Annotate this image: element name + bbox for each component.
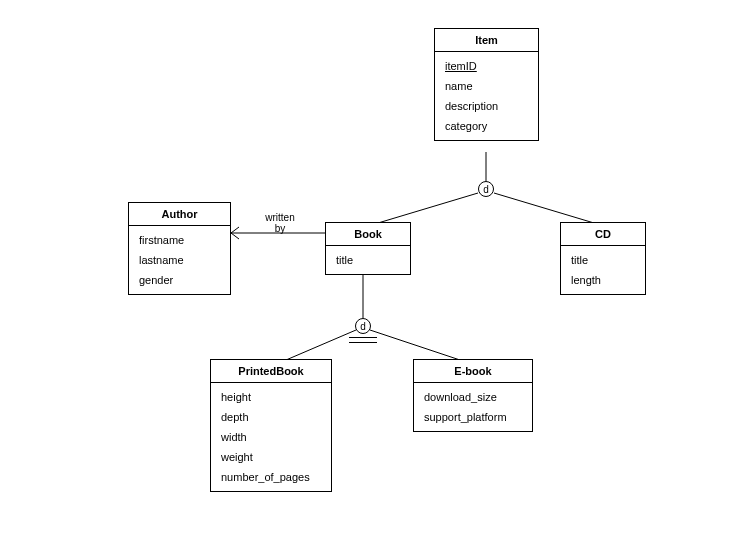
attr-author-lastname: lastname: [139, 250, 230, 270]
svg-line-7: [286, 330, 356, 360]
entity-book: Book title: [325, 222, 411, 275]
entity-item-title: Item: [435, 29, 538, 52]
attr-cd-length: length: [571, 270, 645, 290]
entity-author-attrs: firstname lastname gender: [129, 226, 230, 294]
svg-line-8: [370, 330, 460, 360]
svg-line-1: [378, 193, 478, 223]
attr-eb-platform: support_platform: [424, 407, 532, 427]
rel-written-by: written by: [260, 212, 300, 234]
rel-written-by-l2: by: [260, 223, 300, 234]
entity-ebook-attrs: download_size support_platform: [414, 383, 532, 431]
attr-pb-pages: number_of_pages: [221, 467, 331, 487]
entity-cd-title: CD: [561, 223, 645, 246]
attr-pb-depth: depth: [221, 407, 331, 427]
attr-pb-height: height: [221, 387, 331, 407]
attr-book-title: title: [336, 250, 410, 270]
entity-cd-attrs: title length: [561, 246, 645, 294]
entity-printedbook-attrs: height depth width weight number_of_page…: [211, 383, 331, 491]
disjoint-item-children: d: [478, 181, 494, 197]
attr-author-firstname: firstname: [139, 230, 230, 250]
attr-item-category: category: [445, 116, 538, 136]
entity-printedbook-title: PrintedBook: [211, 360, 331, 383]
attr-eb-dlsize: download_size: [424, 387, 532, 407]
rel-written-by-l1: written: [260, 212, 300, 223]
svg-line-2: [494, 193, 594, 223]
entity-item: Item itemID name description category: [434, 28, 539, 141]
entity-book-attrs: title: [326, 246, 410, 274]
attr-item-itemid: itemID: [445, 56, 538, 76]
attr-item-description: description: [445, 96, 538, 116]
total-spec-bar: [349, 337, 377, 343]
entity-printedbook: PrintedBook height depth width weight nu…: [210, 359, 332, 492]
attr-pb-weight: weight: [221, 447, 331, 467]
entity-item-attrs: itemID name description category: [435, 52, 538, 140]
svg-line-5: [231, 233, 239, 239]
svg-line-4: [231, 227, 239, 233]
disjoint-book-children: d: [355, 318, 371, 334]
entity-book-title: Book: [326, 223, 410, 246]
entity-author: Author firstname lastname gender: [128, 202, 231, 295]
attr-cd-title: title: [571, 250, 645, 270]
entity-ebook: E-book download_size support_platform: [413, 359, 533, 432]
entity-ebook-title: E-book: [414, 360, 532, 383]
entity-author-title: Author: [129, 203, 230, 226]
attr-item-name: name: [445, 76, 538, 96]
attr-pb-width: width: [221, 427, 331, 447]
entity-cd: CD title length: [560, 222, 646, 295]
attr-author-gender: gender: [139, 270, 230, 290]
